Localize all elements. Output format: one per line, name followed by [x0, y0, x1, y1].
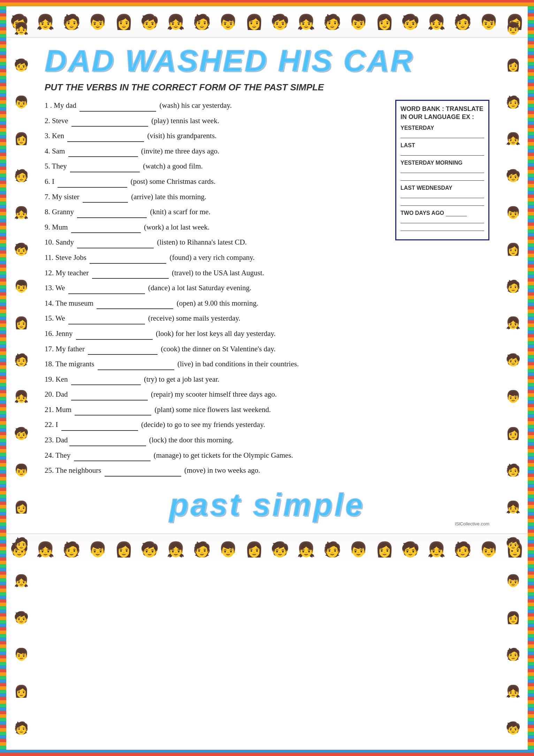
exercise-item-7: 7. My sister (arrive) late this morning.	[45, 191, 385, 203]
watermark: iSlCollective.com	[455, 521, 489, 526]
ex-verb-4: (invite) me three days ago.	[139, 147, 220, 155]
blank-13[interactable]	[68, 293, 145, 294]
word-bank-word-1: YESTERDAY	[400, 125, 484, 131]
figure-9: 👦	[219, 13, 237, 30]
word-bank-line-5b[interactable]	[400, 225, 484, 231]
blank-5[interactable]	[70, 172, 140, 172]
blank-21[interactable]	[75, 415, 151, 416]
ex-num-4: 4. Sam	[45, 147, 67, 155]
ex-num-6: 6. I	[45, 177, 56, 186]
exercise-item-16: 16. Jenny (look) for her lost keys all d…	[45, 328, 385, 340]
exercise-item-19: 19. Ken (try) to get a job last year.	[45, 374, 385, 386]
blank-2[interactable]	[71, 126, 148, 127]
ex-num-9: 9. Mum	[45, 223, 70, 231]
content-area: DAD WASHED HIS CAR PUT THE VERBS IN THE …	[38, 39, 496, 530]
exercise-item-15: 15. We (receive) some mails yesterday.	[45, 313, 385, 324]
word-bank-line-1[interactable]	[400, 132, 484, 138]
figure-11: 🧒	[271, 13, 289, 30]
blank-25[interactable]	[105, 476, 181, 477]
exercise-item-11: 11. Steve Jobs (found) a very rich compa…	[45, 252, 385, 264]
figure-17: 👧	[427, 13, 445, 30]
blank-22[interactable]	[61, 430, 138, 431]
exercise-item-25: 25. The neighbours (move) in two weeks a…	[45, 465, 385, 477]
blank-24[interactable]	[74, 461, 151, 461]
ex-num-14: 14. The museum	[45, 299, 95, 307]
top-border-strip: 🧒 👧 🧑 👦 👩 🧒 👧 🧑 👦 👩 🧒 👧 🧑 👦 👩 🧒 👧 🧑 👦 👩	[6, 6, 528, 38]
page-title: DAD WASHED HIS CAR	[45, 43, 489, 78]
ex-num-16: 16. Jenny	[45, 329, 75, 338]
blank-14[interactable]	[97, 308, 173, 309]
exercise-item-1: 1 . My dad (wash) his car yesterday.	[45, 100, 385, 112]
blank-12[interactable]	[92, 278, 169, 279]
ex-num-3: 3. Ken	[45, 132, 66, 140]
blank-16[interactable]	[76, 339, 153, 340]
blank-1[interactable]	[79, 111, 156, 112]
figure-3: 🧑	[62, 13, 81, 30]
ex-num-18: 18. The migrants	[45, 360, 96, 368]
ex-num-11: 11. Steve Jobs	[45, 253, 88, 262]
ex-num-24: 24. They	[45, 451, 73, 459]
ex-num-2: 2. Steve	[45, 117, 70, 125]
exercise-item-13: 13. We (dance) a lot last Saturday eveni…	[45, 282, 385, 294]
blank-19[interactable]	[71, 384, 141, 385]
word-bank-line-4b[interactable]	[400, 200, 484, 206]
ex-verb-12: (travel) to the USA last August.	[170, 269, 264, 277]
ex-num-13: 13. We	[45, 284, 67, 292]
ex-verb-2: (play) tennis last week.	[150, 117, 219, 125]
blank-8[interactable]	[77, 217, 147, 218]
blank-20[interactable]	[71, 400, 148, 401]
blank-18[interactable]	[98, 369, 174, 370]
ex-num-1: 1 . My dad	[45, 101, 78, 110]
ex-num-12: 12. My teacher	[45, 269, 91, 277]
word-bank-item-5: TWO DAYS AGO	[400, 210, 484, 231]
blank-6[interactable]	[58, 187, 127, 188]
figure-13: 🧑	[323, 13, 341, 30]
ex-verb-10: (listen) to Rihanna's latest CD.	[155, 238, 247, 246]
figure-10: 👩	[245, 13, 263, 30]
main-content: 1 . My dad (wash) his car yesterday. 2. …	[45, 100, 489, 480]
exercise-item-6: 6. I (post) some Christmas cards.	[45, 176, 385, 188]
word-bank-line-4a[interactable]	[400, 192, 484, 198]
right-border-strip: 👦 👩 🧑 👧 🧒 👦 👩 🧑 👧 🧒 👦 👩 🧑 👧 🧒 👦 👩 🧑 👧 🧒	[498, 6, 528, 750]
ex-num-23: 23. Dad	[45, 436, 68, 444]
word-bank-line-2[interactable]	[400, 149, 484, 156]
exercise-item-12: 12. My teacher (travel) to the USA last …	[45, 267, 385, 279]
word-bank-line-3b[interactable]	[400, 174, 484, 181]
blank-9[interactable]	[71, 232, 141, 233]
word-bank-word-3: YESTERDAY MORNING	[400, 160, 484, 166]
exercise-item-18: 18. The migrants (live) in bad condition…	[45, 358, 385, 370]
blank-17[interactable]	[88, 354, 158, 355]
figure-7: 👧	[167, 13, 185, 30]
blank-4[interactable]	[68, 156, 138, 157]
ex-num-20: 20. Dad	[45, 390, 70, 398]
ex-verb-25: (move) in two weeks ago.	[183, 466, 260, 474]
ex-verb-3: (visit) his grandparents.	[145, 132, 216, 140]
blank-3[interactable]	[67, 141, 144, 142]
word-bank-word-2: LAST	[400, 142, 484, 149]
ex-verb-14: (open) at 9.00 this morning.	[175, 299, 258, 307]
figure-19: 👦	[480, 13, 498, 30]
figure-14: 👦	[349, 13, 367, 30]
left-border-strip: 👧 🧒 👦 👩 🧑 👧 🧒 👦 👩 🧑 👧 🧒 👦 👩 🧑 👧 🧒 👦 👩 🧑	[6, 6, 36, 750]
exercise-item-5: 5. They (watch) a good film.	[45, 160, 385, 172]
blank-15[interactable]	[68, 324, 145, 324]
blank-10[interactable]	[77, 248, 154, 248]
ex-verb-6: (post) some Christmas cards.	[129, 177, 215, 186]
word-bank-item-4: LAST WEDNESDAY	[400, 185, 484, 206]
word-bank-word-5: TWO DAYS AGO	[400, 210, 484, 216]
blank-23[interactable]	[69, 446, 146, 446]
ex-verb-18: (live) in bad conditions in their countr…	[176, 360, 299, 368]
ex-num-7: 7. My sister	[45, 193, 81, 201]
blank-7[interactable]	[83, 202, 128, 203]
word-bank-line-3a[interactable]	[400, 167, 484, 173]
word-bank-item-2: LAST	[400, 142, 484, 156]
exercises-section: 1 . My dad (wash) his car yesterday. 2. …	[45, 100, 385, 480]
exercise-item-22: 22. I (decide) to go to see my friends y…	[45, 419, 385, 431]
ex-num-25: 25. The neighbours	[45, 466, 103, 474]
figure-5: 👩	[115, 13, 133, 30]
blank-11[interactable]	[90, 263, 166, 264]
word-bank-line-5a[interactable]	[400, 217, 484, 223]
exercise-item-20: 20. Dad (repair) my scooter himself thre…	[45, 389, 385, 401]
exercise-item-17: 17. My father (cook) the dinner on St Va…	[45, 343, 385, 355]
ex-verb-17: (cook) the dinner on St Valentine's day.	[159, 345, 275, 353]
